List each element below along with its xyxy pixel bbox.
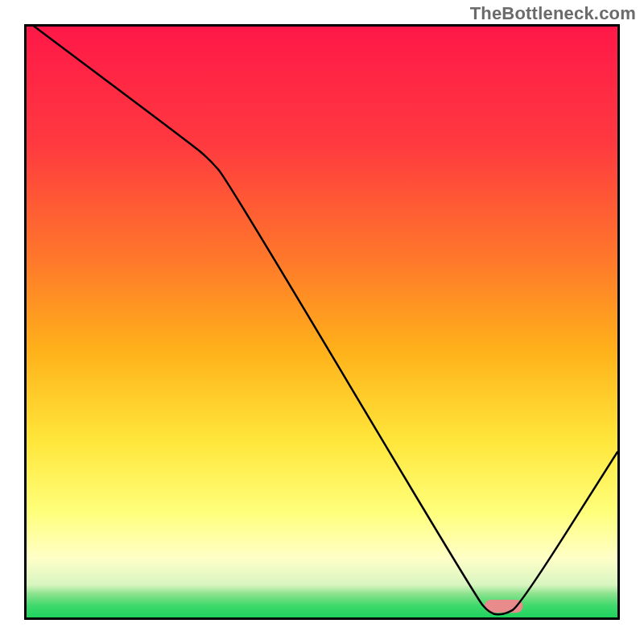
gradient-background	[27, 27, 617, 617]
plot-area	[24, 24, 620, 620]
chart-frame: TheBottleneck.com	[0, 0, 644, 644]
bottleneck-chart	[27, 27, 617, 617]
watermark-text: TheBottleneck.com	[470, 3, 636, 24]
